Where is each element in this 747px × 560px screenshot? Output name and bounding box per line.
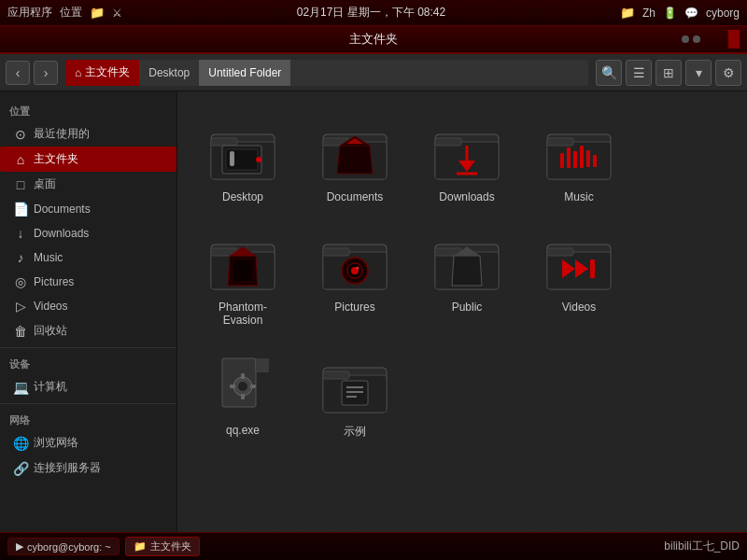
folder-icon-documents — [321, 118, 388, 185]
desktop-icon: □ — [13, 177, 28, 192]
file-label-videos: Videos — [562, 301, 596, 314]
sidebar-label-downloads: Downloads — [34, 227, 89, 240]
settings-button[interactable]: ⚙ — [715, 60, 741, 86]
filemanager-icon: 📁 — [134, 540, 147, 553]
sidebar-label-desktop: 桌面 — [34, 176, 56, 192]
sidebar-label-recent: 最近使用的 — [34, 126, 90, 142]
sidebar-item-computer[interactable]: 💻 计算机 — [0, 374, 176, 399]
lang-indicator[interactable]: Zh — [642, 7, 655, 20]
sidebar-item-documents[interactable]: 📄 Documents — [0, 197, 176, 221]
sidebar-label-trash: 回收站 — [34, 323, 67, 339]
folder-icon-sys: 📁 — [620, 6, 635, 20]
svg-rect-25 — [593, 155, 597, 167]
file-label-qq: qq.exe — [226, 424, 260, 437]
file-item-videos[interactable]: Videos — [532, 220, 626, 334]
folder-icon-example — [321, 351, 388, 418]
folder-icon-desktop — [209, 118, 276, 185]
svg-rect-21 — [567, 147, 571, 168]
file-item-pictures[interactable]: Pictures — [308, 220, 402, 334]
file-label-example: 示例 — [344, 424, 366, 440]
breadcrumb-home[interactable]: ⌂ 主文件夹 — [65, 60, 139, 86]
nav-right-icons: 🔍 ☰ ⊞ ▾ ⚙ — [596, 60, 741, 86]
location-menu[interactable]: 位置 — [60, 5, 82, 21]
title-bar-dots — [682, 35, 700, 43]
sidebar-item-browse-network[interactable]: 🌐 浏览网络 — [0, 430, 176, 455]
sidebar-divider-1 — [0, 347, 176, 348]
view-dropdown-button[interactable]: ▾ — [685, 60, 712, 86]
file-item-qq[interactable]: qq.exe — [196, 343, 289, 447]
sidebar-item-trash[interactable]: 🗑 回收站 — [0, 318, 176, 343]
trash-icon: 🗑 — [13, 324, 28, 339]
svg-rect-41 — [547, 248, 573, 256]
dot2 — [693, 35, 700, 43]
svg-rect-53 — [250, 385, 256, 388]
sidebar-label-computer: 计算机 — [34, 379, 67, 395]
file-label-phantom: Phantom-Evasion — [200, 301, 286, 327]
back-button[interactable]: ‹ — [6, 61, 30, 85]
system-icon-folder: 📁 — [90, 6, 105, 20]
folder-icon-videos — [545, 228, 613, 295]
svg-rect-23 — [580, 146, 584, 168]
svg-rect-13 — [435, 138, 461, 146]
nav-bar: ‹ › ⌂ 主文件夹 Desktop Untitled Folder 🔍 ☰ ⊞… — [0, 54, 747, 91]
svg-rect-52 — [230, 385, 235, 388]
file-item-example[interactable]: 示例 — [308, 343, 402, 447]
sidebar-item-downloads[interactable]: ↓ Downloads — [0, 221, 176, 245]
file-item-phantom[interactable]: Phantom-Evasion — [196, 220, 289, 334]
section-title-devices: 设备 — [0, 352, 176, 374]
view-list-button[interactable]: ☰ — [626, 60, 652, 86]
breadcrumb-desktop[interactable]: Desktop — [139, 60, 199, 86]
sidebar-item-pictures[interactable]: ◎ Pictures — [0, 270, 176, 294]
breadcrumb-bar: ⌂ 主文件夹 Desktop Untitled Folder — [65, 60, 588, 86]
folder-icon-music — [545, 118, 613, 185]
forward-button[interactable]: › — [34, 61, 58, 85]
file-grid: Desktop Documents — [196, 110, 728, 447]
file-item-desktop[interactable]: Desktop — [196, 110, 289, 211]
file-label-documents: Documents — [327, 190, 384, 203]
terminal-label: cyborg@cyborg: ~ — [27, 541, 111, 553]
downloads-icon: ↓ — [13, 226, 28, 241]
apps-menu[interactable]: 应用程序 — [7, 5, 52, 21]
svg-rect-47 — [256, 358, 269, 371]
system-bar-left: 应用程序 位置 📁 ⚔ — [7, 5, 122, 21]
svg-rect-19 — [547, 138, 573, 146]
sidebar-item-home[interactable]: ⌂ 主文件夹 — [0, 147, 176, 172]
file-item-downloads[interactable]: Downloads — [420, 110, 514, 211]
chat-icon: 💬 — [684, 7, 698, 20]
system-bar: 应用程序 位置 📁 ⚔ 02月17日 星期一，下午 08:42 📁 Zh 🔋 💬… — [0, 0, 747, 26]
dot1 — [682, 35, 689, 43]
svg-point-5 — [256, 157, 261, 162]
window-title: 主文件夹 — [349, 31, 398, 48]
view-grid-button[interactable]: ⊞ — [655, 60, 682, 86]
svg-rect-57 — [342, 381, 368, 405]
file-item-music[interactable]: Music — [532, 110, 626, 211]
section-title-places: 位置 — [0, 99, 176, 121]
svg-rect-50 — [241, 373, 245, 379]
file-icon-qq — [209, 351, 276, 418]
sidebar-label-home: 主文件夹 — [34, 151, 78, 167]
file-item-public[interactable]: Public — [420, 220, 514, 334]
sidebar-label-pictures: Pictures — [34, 275, 74, 288]
system-bar-datetime: 02月17日 星期一，下午 08:42 — [297, 5, 445, 21]
home-label: 主文件夹 — [85, 64, 130, 80]
file-label-public: Public — [452, 301, 483, 314]
svg-point-49 — [238, 382, 247, 391]
breadcrumb-untitled[interactable]: Untitled Folder — [199, 60, 290, 86]
folder-icon-phantom — [209, 228, 276, 295]
sidebar-item-music[interactable]: ♪ Music — [0, 245, 176, 270]
sidebar-item-connect-server[interactable]: 🔗 连接到服务器 — [0, 455, 176, 481]
sidebar-item-desktop[interactable]: □ 桌面 — [0, 172, 176, 197]
svg-rect-44 — [590, 259, 595, 278]
sidebar-item-recent[interactable]: ⊙ 最近使用的 — [0, 121, 176, 147]
sidebar-item-videos[interactable]: ▷ Videos — [0, 294, 176, 318]
search-button[interactable]: 🔍 — [596, 60, 622, 86]
taskbar-filemanager[interactable]: 📁 主文件夹 — [125, 537, 200, 556]
sidebar-label-server: 连接到服务器 — [34, 460, 101, 476]
sidebar-label-network: 浏览网络 — [34, 435, 78, 451]
taskbar-terminal[interactable]: ▶ cyborg@cyborg: ~ — [7, 538, 120, 555]
videos-icon: ▷ — [13, 299, 28, 314]
title-bar-close[interactable] — [728, 30, 740, 49]
file-item-documents[interactable]: Documents — [308, 110, 402, 211]
svg-rect-51 — [241, 394, 245, 399]
network-icon: 🌐 — [13, 436, 28, 451]
